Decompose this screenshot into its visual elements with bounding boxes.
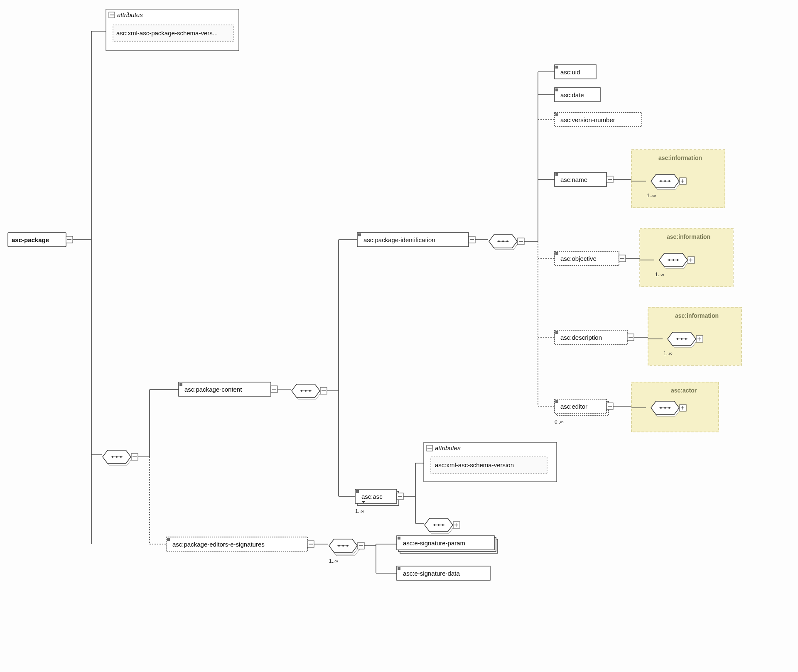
- seq-ascasc: [415, 518, 460, 533]
- ref-actor: asc:actor: [671, 387, 697, 394]
- node-description: asc:description asc:information 1..∞: [538, 307, 742, 365]
- label-pkg-editors-sig: package-editors-e-signatures: [184, 541, 265, 548]
- label-attr-item: xml-asc-package-schema-vers...: [128, 29, 218, 37]
- label-name: name: [572, 176, 588, 183]
- node-package-editors-esig: asc:package-editors-e-signatures: [150, 537, 314, 551]
- svg-rect-100: [356, 490, 359, 493]
- label-description: description: [572, 334, 602, 341]
- seq-pid: [475, 235, 524, 250]
- svg-text:asc:uid: asc:uid: [560, 69, 580, 76]
- node-package-id: asc:package-identification: [339, 233, 475, 247]
- ref-info-3: asc:information: [675, 312, 719, 319]
- card-1inf-1: 1..∞: [647, 193, 656, 199]
- node-package-content: asc:package-content: [150, 382, 277, 396]
- svg-rect-59: [555, 252, 558, 255]
- svg-rect-26: [358, 233, 361, 236]
- seq-esig: 1..∞: [314, 539, 364, 564]
- label-ascasc-attr: attributes: [435, 444, 461, 451]
- svg-rect-72: [555, 331, 558, 334]
- node-uid: asc:uid: [538, 65, 596, 79]
- svg-text:asc:description: asc:description: [560, 334, 602, 341]
- label-ascasc: asc: [373, 493, 383, 500]
- label-attributes: attributes: [117, 11, 143, 18]
- label-ascasc-attr-item: xml-asc-schema-version: [447, 461, 514, 468]
- card-esig: 1..∞: [329, 558, 338, 564]
- label-date: date: [572, 91, 584, 98]
- svg-rect-118: [167, 538, 170, 541]
- node-date: asc:date: [538, 88, 600, 102]
- svg-rect-46: [555, 173, 558, 176]
- node-name: asc:name asc:information 1..∞: [538, 150, 725, 208]
- svg-text:asc:objective: asc:objective: [560, 255, 597, 262]
- svg-text:asc:editor: asc:editor: [560, 403, 587, 410]
- label-version: version-number: [572, 116, 615, 123]
- node-editor: asc:editor 0..∞ asc:actor: [538, 382, 719, 432]
- label-editor: editor: [572, 403, 588, 410]
- node-ascasc-attributes: attributes asc:xml-asc-schema-version: [415, 442, 557, 482]
- card-ascasc: 1..∞: [355, 508, 364, 514]
- svg-text:asc:name: asc:name: [560, 176, 587, 183]
- node-root-attributes: attributes asc:xml-asc-package-schema-ve…: [91, 9, 239, 51]
- svg-rect-43: [555, 113, 558, 116]
- schema-diagram: asc-package attributes asc:xml-asc-packa…: [0, 0, 798, 672]
- ref-info-2: asc:information: [667, 233, 710, 240]
- card-0inf: 0..∞: [555, 419, 564, 425]
- seq-pc: [277, 384, 327, 399]
- svg-text:asc:e-signature-data: asc:e-signature-data: [403, 570, 460, 577]
- ref-info-1: asc:information: [658, 155, 702, 161]
- svg-rect-86: [555, 400, 558, 403]
- label-objective: objective: [572, 255, 597, 262]
- svg-rect-134: [398, 567, 400, 570]
- label-esig-param: e-signature-param: [415, 540, 466, 547]
- seq-root: [91, 450, 138, 465]
- node-objective: asc:objective asc:information 1..∞: [538, 228, 733, 287]
- node-version-number: asc:version-number: [538, 113, 642, 127]
- svg-text:asc:package-content: asc:package-content: [184, 386, 242, 393]
- svg-rect-15: [179, 383, 182, 386]
- svg-text:asc:e-signature-param: asc:e-signature-param: [403, 540, 465, 547]
- card-1inf-3: 1..∞: [663, 351, 673, 356]
- node-asc-asc: asc:asc 1..∞: [339, 489, 403, 514]
- svg-rect-37: [555, 66, 558, 69]
- pfx: asc:: [116, 29, 128, 37]
- label-package-id: package-identification: [375, 236, 435, 243]
- svg-text:asc:date: asc:date: [560, 91, 584, 98]
- label-asc-package: asc-package: [12, 236, 49, 243]
- svg-rect-40: [555, 88, 558, 91]
- label-package-content: package-content: [196, 386, 243, 393]
- svg-text:asc:asc: asc:asc: [361, 493, 383, 500]
- card-1inf-2: 1..∞: [655, 272, 664, 277]
- svg-text:asc:package-identification: asc:package-identification: [363, 236, 435, 243]
- label-esig-data: e-signature-data: [415, 570, 460, 577]
- node-asc-package: asc-package: [8, 233, 73, 247]
- node-esig-data: asc:e-signature-data: [376, 566, 490, 580]
- svg-text:asc:xml-asc-package-schema-ver: asc:xml-asc-package-schema-vers...: [116, 29, 218, 37]
- svg-rect-131: [398, 537, 400, 540]
- svg-text:asc:package-editors-e-signatur: asc:package-editors-e-signatures: [172, 541, 265, 548]
- svg-text:asc:xml-asc-schema-version: asc:xml-asc-schema-version: [435, 461, 514, 468]
- svg-text:asc:version-number: asc:version-number: [560, 116, 615, 123]
- label-uid: uid: [572, 69, 580, 76]
- node-esig-param: asc:e-signature-param: [376, 536, 498, 553]
